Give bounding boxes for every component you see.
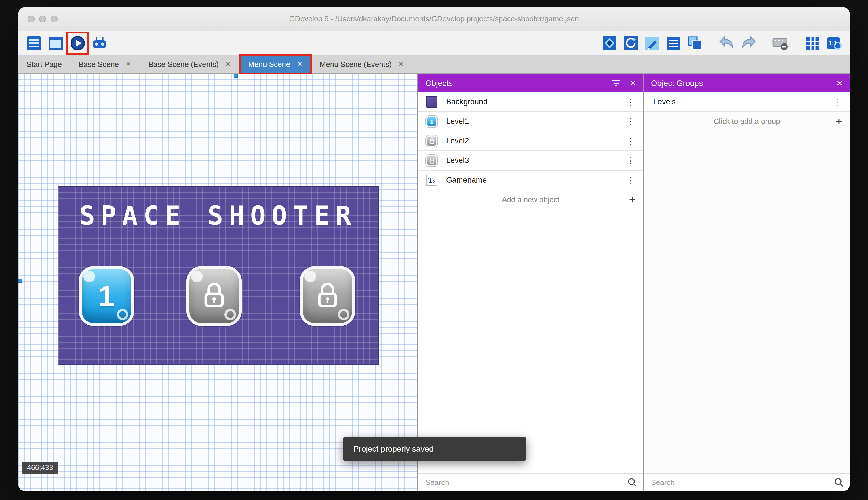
lock-icon xyxy=(201,282,227,310)
tab-label: Menu Scene xyxy=(248,60,290,69)
play-button[interactable] xyxy=(69,34,86,52)
locked-button-icon xyxy=(426,135,437,147)
search-icon xyxy=(627,477,637,487)
close-panel-icon[interactable]: ✕ xyxy=(630,79,636,87)
tab-close-icon[interactable]: ✕ xyxy=(398,60,404,68)
search-icon xyxy=(834,477,844,487)
titlebar: GDevelop 5 - /Users/dkarakay/Documents/G… xyxy=(19,8,849,31)
tab-label: Base Scene (Events) xyxy=(149,60,219,69)
object-row-gamename[interactable]: Tx Gamename ⋮ xyxy=(419,171,643,190)
debug-gamepad-icon[interactable] xyxy=(91,34,108,52)
object-groups-panel-title: Object Groups xyxy=(651,78,827,88)
objects-panel-title: Objects xyxy=(425,78,603,88)
level3-locked-button-instance[interactable] xyxy=(300,266,355,326)
level2-locked-button-instance[interactable] xyxy=(187,266,242,326)
tab-menu-scene-events[interactable]: Menu Scene (Events) ✕ xyxy=(312,55,413,73)
group-menu-icon[interactable]: ⋮ xyxy=(832,96,843,107)
events-list-icon[interactable] xyxy=(665,34,682,52)
object-name: Level1 xyxy=(446,117,617,126)
objects-search-bar xyxy=(419,473,643,491)
save-toast: Project properly saved xyxy=(343,436,526,461)
cursor-coordinates-badge: 466;433 xyxy=(22,462,58,474)
tab-base-scene[interactable]: Base Scene ✕ xyxy=(71,55,140,73)
scene-resize-handle-top[interactable] xyxy=(234,74,238,78)
plus-icon[interactable]: + xyxy=(629,193,635,206)
object-menu-icon[interactable]: ⋮ xyxy=(625,116,636,126)
object-menu-icon[interactable]: ⋮ xyxy=(625,155,636,166)
background-swatch-icon xyxy=(426,96,437,107)
tab-close-icon[interactable]: ✕ xyxy=(225,60,231,68)
redo-icon[interactable] xyxy=(740,34,757,52)
object-row-level3[interactable]: Level3 ⋮ xyxy=(419,151,643,171)
add-new-object-button[interactable]: Add a new object + xyxy=(419,190,643,209)
layers-icon[interactable] xyxy=(686,34,703,52)
object-name: Level2 xyxy=(446,137,617,145)
lock-icon xyxy=(314,282,341,310)
svg-text:1:1: 1:1 xyxy=(829,40,837,46)
add-group-button[interactable]: Click to add a group + xyxy=(644,112,849,131)
group-row-levels[interactable]: Levels ⋮ xyxy=(644,92,849,112)
window-title: GDevelop 5 - /Users/dkarakay/Documents/G… xyxy=(19,8,849,31)
close-window-button[interactable] xyxy=(28,15,35,22)
object-row-background[interactable]: Background ⋮ xyxy=(419,92,643,112)
add-group-label: Click to add a group xyxy=(714,117,780,126)
level1-button-instance[interactable]: 1 xyxy=(79,266,134,326)
main-content: SPACE SHOOTER 1 466;433 xyxy=(19,74,849,491)
object-menu-icon[interactable]: ⋮ xyxy=(625,96,636,107)
traffic-lights xyxy=(28,15,58,22)
object-name: Gamename xyxy=(446,176,617,184)
minimize-window-button[interactable] xyxy=(39,15,46,22)
object-groups-panel-header: Object Groups ✕ xyxy=(644,74,849,92)
object-menu-icon[interactable]: ⋮ xyxy=(625,136,636,146)
undo-icon[interactable] xyxy=(718,34,736,52)
zoom-window-button[interactable] xyxy=(51,15,58,22)
object-menu-icon[interactable]: ⋮ xyxy=(625,175,636,185)
objects-panel-header: Objects ✕ xyxy=(419,74,643,92)
tab-close-icon[interactable]: ✕ xyxy=(296,60,303,68)
tab-start-page[interactable]: Start Page xyxy=(19,55,71,73)
tab-label: Base Scene xyxy=(79,60,119,69)
group-name: Levels xyxy=(651,97,824,106)
objects-panel: Objects ✕ Background ⋮ 1 Level1 ⋮ xyxy=(417,74,643,491)
tab-menu-scene[interactable]: Menu Scene ✕ xyxy=(240,55,312,73)
grid-icon[interactable] xyxy=(804,34,821,52)
level-button-icon: 1 xyxy=(426,115,437,127)
scene-resize-handle-left[interactable] xyxy=(19,279,22,283)
desktop-background: GDevelop 5 - /Users/dkarakay/Documents/G… xyxy=(0,0,868,500)
capture-film-icon[interactable] xyxy=(772,34,789,52)
tab-label: Start Page xyxy=(26,60,62,69)
game-title-text-instance[interactable]: SPACE SHOOTER xyxy=(58,201,378,231)
add-new-object-label: Add a new object xyxy=(502,195,559,204)
tab-base-scene-events[interactable]: Base Scene (Events) ✕ xyxy=(140,55,240,73)
scene-editor-canvas[interactable]: SPACE SHOOTER 1 466;433 xyxy=(19,74,417,491)
object-row-level1[interactable]: 1 Level1 ⋮ xyxy=(419,112,643,131)
level1-number: 1 xyxy=(98,280,115,313)
instances-refresh-icon[interactable] xyxy=(622,34,640,52)
objects-panel-empty-area xyxy=(419,209,643,473)
text-object-icon: Tx xyxy=(426,174,437,186)
object-groups-panel: Object Groups ✕ Levels ⋮ Click to add a … xyxy=(643,74,849,491)
groups-panel-empty-area xyxy=(644,131,849,473)
toolbar: 1:1 xyxy=(19,31,849,55)
tab-bar: Start Page Base Scene ✕ Base Scene (Even… xyxy=(19,55,849,74)
zoom-1-1-icon[interactable]: 1:1 xyxy=(825,34,843,52)
filter-icon[interactable] xyxy=(612,79,621,87)
menu-scene-preview[interactable]: SPACE SHOOTER 1 xyxy=(58,186,378,364)
save-toast-message: Project properly saved xyxy=(353,444,434,453)
gdevelop-window: GDevelop 5 - /Users/dkarakay/Documents/G… xyxy=(19,8,849,491)
object-name: Background xyxy=(446,97,617,106)
project-manager-icon[interactable] xyxy=(25,34,43,52)
edit-pencil-icon[interactable] xyxy=(644,34,661,52)
close-panel-icon[interactable]: ✕ xyxy=(836,79,843,87)
tab-label: Menu Scene (Events) xyxy=(320,60,392,69)
objects-search-input[interactable] xyxy=(424,477,623,487)
plus-icon[interactable]: + xyxy=(836,115,842,128)
scene-window-icon[interactable] xyxy=(47,34,64,52)
object-row-level2[interactable]: Level2 ⋮ xyxy=(419,131,643,151)
tab-close-icon[interactable]: ✕ xyxy=(125,60,131,68)
object-name: Level3 xyxy=(446,156,617,165)
groups-search-input[interactable] xyxy=(650,477,830,487)
locked-button-icon xyxy=(426,155,437,166)
object-cube-icon[interactable] xyxy=(601,34,618,52)
groups-search-bar xyxy=(644,473,849,491)
